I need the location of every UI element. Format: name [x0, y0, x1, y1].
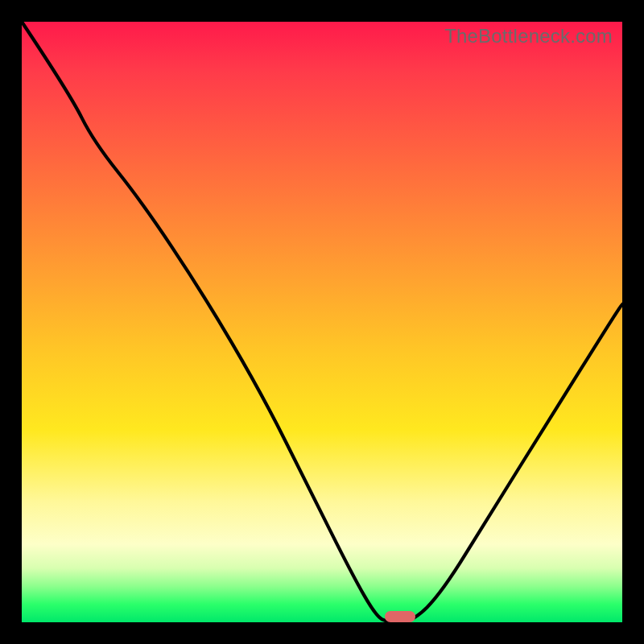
plot-area: TheBottleneck.com: [22, 22, 622, 622]
chart-frame: TheBottleneck.com: [0, 0, 644, 644]
optimal-marker: [385, 611, 415, 622]
curve-path: [22, 22, 622, 622]
bottleneck-curve: [22, 22, 622, 622]
